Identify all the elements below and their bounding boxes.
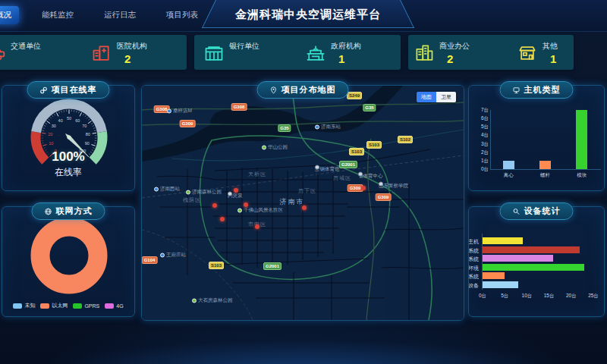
district-label: 天桥区 <box>248 171 266 178</box>
bar-离心[interactable] <box>503 161 514 169</box>
panel-title: 主机类型 <box>524 84 561 96</box>
poi-label: 济南东站 <box>321 124 341 130</box>
panel-host-type: 0台1台2台3台4台5台6台7台离心螺杆模块 主机类型 <box>468 85 605 191</box>
project-marker[interactable] <box>244 202 248 207</box>
park-marker-icon <box>186 190 190 194</box>
stat-item-银行单位: 银行单位 <box>203 41 259 67</box>
bar-量设备[interactable] <box>483 281 518 288</box>
online-rate-label: 在线率 <box>2 166 134 179</box>
legend-item-以太网[interactable]: 以太网 <box>40 302 68 309</box>
stat-value: 1 <box>331 52 361 65</box>
road-badge-G2001: G2001 <box>339 161 357 168</box>
road-badge-G308: G308 <box>231 103 247 111</box>
stat-card-1: 交通单位医院机构2 <box>0 35 187 70</box>
bar-category-label: 量设备 <box>468 282 479 290</box>
car-icon <box>0 41 6 67</box>
project-marker[interactable] <box>302 206 307 210</box>
district-label: 槐荫区 <box>183 196 201 204</box>
poi-label: 济南森林公园 <box>192 189 222 196</box>
map-toggle-地图[interactable]: 地图 <box>417 92 436 102</box>
stat-item-医院机构: 医院机构2 <box>91 41 147 67</box>
panel-online-rate: 0102030405060708090100 100% 在线率 项目在线率 <box>2 85 135 191</box>
stat-text: 交通单位 <box>11 41 41 65</box>
svg-text:20: 20 <box>48 132 52 136</box>
map-poi: 桑梓店M <box>167 108 192 115</box>
panel-project-map: G308G308G309G309G309G104S249G35G35S103S1… <box>141 85 464 321</box>
svg-text:50: 50 <box>67 116 71 121</box>
stat-label: 交通单位 <box>11 41 41 52</box>
bar-模块[interactable] <box>576 110 587 169</box>
online-rate-value: 100% <box>2 149 134 165</box>
bar-水系统[interactable] <box>483 246 580 253</box>
legend-item-GPRS[interactable]: GPRS <box>73 302 99 309</box>
map-poi: 趵突泉 <box>228 193 243 199</box>
map-poi: 济南东站 <box>315 124 341 130</box>
legend-item-未知[interactable]: 未知 <box>13 302 35 309</box>
bar-螺杆[interactable] <box>539 161 551 169</box>
x-tick-label: 25台 <box>586 293 601 300</box>
map-poi: 济南森林公园 <box>186 189 222 196</box>
bar-小环境[interactable] <box>483 264 584 271</box>
network-donut-chart[interactable] <box>2 212 135 300</box>
city-label: 济南市 <box>280 197 305 207</box>
road-badge-S249: S249 <box>347 92 362 99</box>
x-tick-label: 10台 <box>519 293 534 300</box>
stat-text: 其他1 <box>543 41 558 65</box>
wrench-icon <box>513 205 521 218</box>
project-marker[interactable] <box>220 217 225 221</box>
metro-marker-icon <box>315 124 319 129</box>
nav-tab-2[interactable]: 能耗监控 <box>34 6 81 24</box>
panel-network-mode: 未知以太网GPRS4G 联网方式 <box>2 206 135 317</box>
project-marker[interactable] <box>361 186 366 190</box>
panel-title: 设备统计 <box>524 206 561 217</box>
nav-tab-4[interactable]: 项目列表 <box>159 6 206 24</box>
svg-text:80: 80 <box>86 132 90 136</box>
bottom-glow <box>0 322 607 364</box>
globe-icon <box>45 205 52 218</box>
project-marker[interactable] <box>234 188 238 193</box>
bar-主机[interactable] <box>483 237 523 244</box>
panel-device-header: 设备统计 <box>500 202 574 220</box>
legend-swatch <box>73 303 82 309</box>
project-marker[interactable] <box>212 203 217 208</box>
legend-swatch <box>40 303 49 309</box>
nav-tab-1[interactable]: 概况 <box>0 6 19 24</box>
y-tick-label: 7台 <box>470 107 489 114</box>
bar-category-label: 热系统 <box>468 273 479 281</box>
panel-device-stats: 主机水系统风系统小环境热系统量设备0台5台10台15台20台25台 设备统计 <box>468 206 605 317</box>
stat-label: 银行单位 <box>229 41 259 52</box>
road-badge-S103: S103 <box>209 262 224 269</box>
map-poi: 省体育中心 <box>358 173 383 180</box>
stat-card-2: 银行单位政府机构1 <box>194 35 401 70</box>
link-icon <box>40 83 48 97</box>
road-badge-G35: G35 <box>278 124 291 132</box>
map-poi: 山东警察学院 <box>379 183 408 190</box>
top-bar: 概况能耗监控运行日志项目列表视频监控 金洲科瑞中央空调运维平台 <box>0 0 607 32</box>
map-toggle-卫星[interactable]: 卫星 <box>436 92 456 102</box>
stat-item-交通单位: 交通单位 <box>0 41 41 67</box>
donut-slice-以太网[interactable] <box>40 227 98 284</box>
road-badge-G2001: G2001 <box>263 262 281 270</box>
map-poi: 大石房森林公园 <box>192 297 233 304</box>
stat-label: 政府机构 <box>331 41 361 52</box>
dashboard-background: 概况能耗监控运行日志项目列表视频监控 金洲科瑞中央空调运维平台 交通单位医院机构… <box>0 0 607 364</box>
y-tick-label: 6台 <box>470 115 489 122</box>
nav-tab-3[interactable]: 运行日志 <box>96 6 143 24</box>
panel-network-body: 未知以太网GPRS4G <box>2 206 135 317</box>
y-tick-label: 1台 <box>470 158 489 165</box>
stat-item-其他: 其他1 <box>517 41 558 67</box>
legend-item-4G[interactable]: 4G <box>105 302 123 309</box>
project-marker[interactable] <box>255 224 259 229</box>
network-legend: 未知以太网GPRS4G <box>2 302 134 309</box>
stat-value: 1 <box>543 52 558 65</box>
stat-value <box>11 52 41 65</box>
y-tick-label: 4台 <box>470 132 489 139</box>
road-badge-S103: S103 <box>349 148 364 155</box>
poi-label: 桑梓店M <box>173 108 192 115</box>
host-machine-icon <box>513 83 521 97</box>
poi-marker-icon <box>315 165 319 169</box>
bar-热系统[interactable] <box>483 272 505 279</box>
legend-label: 以太网 <box>52 302 68 309</box>
bar-风系统[interactable] <box>483 255 553 262</box>
legend-swatch <box>13 303 22 309</box>
